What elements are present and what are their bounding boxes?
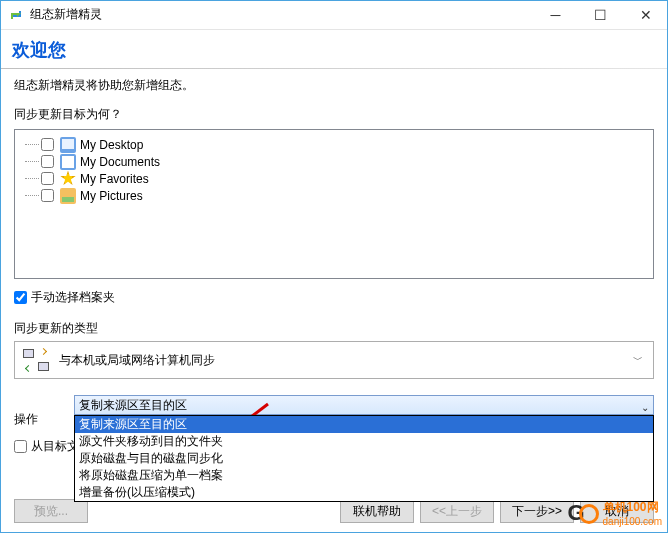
combo-option[interactable]: 复制来源区至目的区 xyxy=(75,416,653,433)
combo-option[interactable]: 增量备份(以压缩模式) xyxy=(75,484,653,501)
tree-checkbox[interactable] xyxy=(41,138,54,151)
back-button[interactable]: <<上一步 xyxy=(420,499,494,523)
app-icon xyxy=(8,7,24,23)
desktop-icon xyxy=(60,137,76,153)
manual-select-label: 手动选择档案夹 xyxy=(31,289,115,306)
operation-label: 操作 xyxy=(14,411,74,428)
intro-text: 组态新增精灵将协助您新增组态。 xyxy=(14,77,654,94)
tree-item-label: My Pictures xyxy=(80,189,143,203)
combo-option[interactable]: 将原始磁盘压缩为单一档案 xyxy=(75,467,653,484)
help-button[interactable]: 联机帮助 xyxy=(340,499,414,523)
welcome-heading: 欢迎您 xyxy=(12,38,656,62)
next-button[interactable]: 下一步>> xyxy=(500,499,574,523)
cancel-button[interactable]: 取消 xyxy=(580,499,654,523)
combo-option[interactable]: 原始磁盘与目的磁盘同步化 xyxy=(75,450,653,467)
chevron-down-icon: ﹀ xyxy=(633,353,643,367)
documents-icon xyxy=(60,154,76,170)
header: 欢迎您 xyxy=(0,30,668,68)
combo-option[interactable]: 源文件夹移动到目的文件夹 xyxy=(75,433,653,450)
operation-row: 操作 复制来源区至目的区 ⌄ 复制来源区至目的区 源文件夹移动到目的文件夹 原始… xyxy=(14,395,654,428)
combo-selected-text: 复制来源区至目的区 xyxy=(79,398,187,412)
combo-display[interactable]: 复制来源区至目的区 ⌄ xyxy=(74,395,654,415)
maximize-button[interactable]: ☐ xyxy=(578,0,623,29)
sync-type-text: 与本机或局域网络计算机同步 xyxy=(59,352,215,369)
tree-item-label: My Favorites xyxy=(80,172,149,186)
tree-item-label: My Documents xyxy=(80,155,160,169)
chevron-down-icon: ⌄ xyxy=(641,399,649,416)
tree-item-pictures[interactable]: My Pictures xyxy=(43,187,649,204)
tree-item-favorites[interactable]: My Favorites xyxy=(43,170,649,187)
minimize-button[interactable]: ─ xyxy=(533,0,578,29)
combo-list: 复制来源区至目的区 源文件夹移动到目的文件夹 原始磁盘与目的磁盘同步化 将原始磁… xyxy=(74,415,654,502)
manual-select-checkbox[interactable] xyxy=(14,291,27,304)
favorites-icon xyxy=(60,171,76,187)
titlebar: 组态新增精灵 ─ ☐ ✕ xyxy=(0,0,668,30)
button-row: 预览... 联机帮助 <<上一步 下一步>> 取消 xyxy=(14,499,654,523)
delete-target-checkbox[interactable] xyxy=(14,440,27,453)
tree-item-desktop[interactable]: My Desktop xyxy=(43,136,649,153)
operation-combobox[interactable]: 复制来源区至目的区 ⌄ 复制来源区至目的区 源文件夹移动到目的文件夹 原始磁盘与… xyxy=(74,395,654,415)
window-controls: ─ ☐ ✕ xyxy=(533,0,668,29)
delete-target-label: 从目标文 xyxy=(31,438,79,455)
content: 组态新增精灵将协助您新增组态。 同步更新目标为何？ My Desktop My … xyxy=(0,69,668,455)
network-sync-icon xyxy=(23,349,49,371)
sync-type-dropdown[interactable]: 与本机或局域网络计算机同步 ﹀ xyxy=(14,341,654,379)
window-title: 组态新增精灵 xyxy=(30,6,533,23)
folder-tree[interactable]: My Desktop My Documents My Favorites My … xyxy=(14,129,654,279)
close-button[interactable]: ✕ xyxy=(623,0,668,29)
tree-checkbox[interactable] xyxy=(41,155,54,168)
tree-item-label: My Desktop xyxy=(80,138,143,152)
tree-checkbox[interactable] xyxy=(41,189,54,202)
tree-item-documents[interactable]: My Documents xyxy=(43,153,649,170)
preview-button[interactable]: 预览... xyxy=(14,499,88,523)
pictures-icon xyxy=(60,188,76,204)
sync-target-label: 同步更新目标为何？ xyxy=(14,106,654,123)
tree-checkbox[interactable] xyxy=(41,172,54,185)
manual-select-row[interactable]: 手动选择档案夹 xyxy=(14,289,654,306)
sync-type-label: 同步更新的类型 xyxy=(14,320,654,337)
